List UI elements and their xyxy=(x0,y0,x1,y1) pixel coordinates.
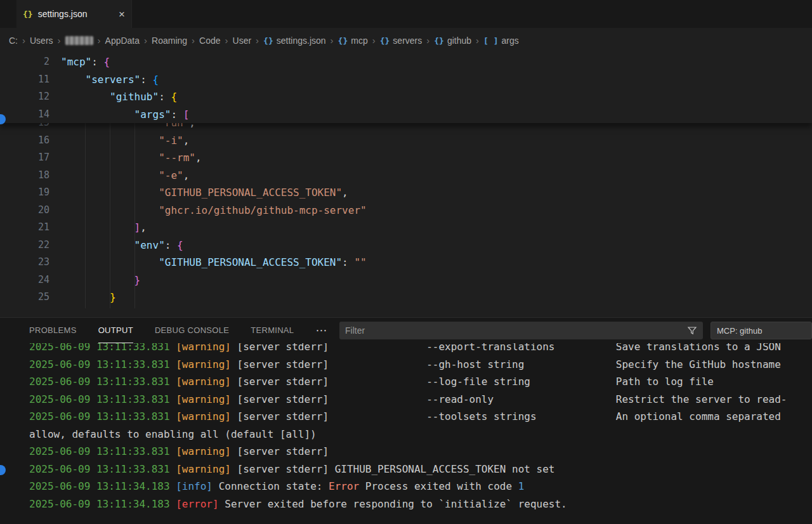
output-line: 2025-06-09 13:11:33.831 [warning] [serve… xyxy=(29,408,812,426)
breadcrumb-item[interactable]: Code xyxy=(199,36,220,46)
breadcrumb-item[interactable]: {}settings.json xyxy=(263,36,325,46)
token xyxy=(170,393,176,405)
code-text: "servers": { xyxy=(61,71,159,89)
token: --gh-host string Specify the GitHub host… xyxy=(329,358,781,370)
editor-lines: 15 "run",16 "-i",17 "--rm",18 "-e",19 "G… xyxy=(0,114,812,306)
breadcrumb-separator: › xyxy=(225,35,228,46)
breadcrumb-item[interactable]: Users xyxy=(30,36,53,46)
token xyxy=(170,480,176,492)
sticky-line: 2"mcp": { xyxy=(0,53,812,71)
breadcrumb-item[interactable] xyxy=(65,36,93,45)
filter-input[interactable] xyxy=(345,325,682,336)
breadcrumb-item[interactable]: {}github xyxy=(434,36,471,46)
token: 2025-06-09 13:11:34.183 xyxy=(29,498,170,510)
token xyxy=(61,239,134,251)
output-line: 2025-06-09 13:11:34.183 [info] Connectio… xyxy=(29,478,812,495)
code-text: ], xyxy=(61,219,147,237)
token: "GITHUB_PERSONAL_ACCESS_TOKEN" xyxy=(159,187,342,199)
output-line: allow, defaults to enabling all (default… xyxy=(29,426,812,443)
editor-area[interactable]: 15 "run",16 "-i",17 "--rm",18 "-e",19 "G… xyxy=(0,53,812,317)
token: [warning] xyxy=(176,358,231,370)
breadcrumb-item[interactable]: AppData xyxy=(105,36,140,46)
breadcrumb: C:›Users››AppData›Roaming›Code›User›{}se… xyxy=(0,28,812,53)
output-channel-select[interactable]: MCP: github xyxy=(710,322,812,339)
tab-settings-json[interactable]: {} settings.json × xyxy=(16,0,132,28)
breadcrumb-label: Users xyxy=(30,36,53,46)
breadcrumb-separator: › xyxy=(58,35,61,46)
line-number: 14 xyxy=(0,106,49,124)
indent-guide xyxy=(110,123,110,308)
line-number: 11 xyxy=(0,71,49,89)
token: Process exited with code xyxy=(359,480,518,492)
line-number: 25 xyxy=(0,289,49,306)
panel-tab-terminal[interactable]: TERMINAL xyxy=(251,318,294,343)
token: { xyxy=(171,91,177,103)
token: --toolsets strings An optional comma sep… xyxy=(329,410,781,422)
token: [server stderr] GITHUB_PERSONAL_ACCESS_T… xyxy=(231,463,555,475)
editor-line: 20 "ghcr.io/github/github-mcp-server" xyxy=(0,202,812,219)
output-line: 2025-06-09 13:11:33.831 [warning] [serve… xyxy=(29,373,812,391)
more-actions-icon[interactable]: ⋯ xyxy=(315,324,327,337)
token: : xyxy=(91,56,103,68)
panel-tab-output[interactable]: OUTPUT xyxy=(98,318,133,343)
breadcrumb-item[interactable]: {}servers xyxy=(380,36,422,46)
braces-icon: {} xyxy=(263,36,273,46)
editor-line: 17 "--rm", xyxy=(0,149,812,167)
token xyxy=(61,74,86,86)
breadcrumb-item[interactable]: C: xyxy=(9,36,18,46)
code-text: "GITHUB_PERSONAL_ACCESS_TOKEN": "" xyxy=(61,254,367,272)
output-line: 2025-06-09 13:11:33.831 [warning] [serve… xyxy=(29,356,812,374)
panel-tab-debug-console[interactable]: DEBUG CONSOLE xyxy=(155,318,229,343)
filter-funnel-icon[interactable] xyxy=(687,325,697,336)
panel-tab-problems[interactable]: PROBLEMS xyxy=(29,318,77,343)
line-number: 12 xyxy=(0,88,49,106)
code-text: "github": { xyxy=(61,88,177,106)
output-line: 2025-06-09 13:11:33.831 [warning] [serve… xyxy=(29,391,812,409)
token: : xyxy=(171,108,183,121)
token: 2025-06-09 13:11:33.831 xyxy=(29,463,170,475)
output-log: 2025-06-09 13:11:33.831 [warning] [serve… xyxy=(0,343,812,513)
sticky-line: 11 "servers": { xyxy=(0,71,812,89)
token: , xyxy=(183,134,190,147)
braces-icon: {} xyxy=(338,36,348,46)
output-line: 2025-06-09 13:11:33.831 [warning] [serve… xyxy=(29,343,812,356)
brackets-icon: [ ] xyxy=(483,36,498,46)
indent-guide xyxy=(134,123,135,308)
token xyxy=(61,221,134,233)
token xyxy=(61,108,134,121)
breadcrumb-item[interactable]: [ ]args xyxy=(483,36,519,46)
code-text: "ghcr.io/github/github-mcp-server" xyxy=(61,202,367,219)
token: "GITHUB_PERSONAL_ACCESS_TOKEN" xyxy=(159,256,342,268)
token xyxy=(61,274,134,286)
close-tab-icon[interactable]: × xyxy=(119,9,125,20)
breadcrumb-label: settings.json xyxy=(277,36,326,46)
token: [warning] xyxy=(176,376,231,388)
token: , xyxy=(140,221,147,233)
token: [error] xyxy=(176,498,218,510)
code-text: "--rm", xyxy=(61,149,202,167)
breadcrumb-item[interactable]: {}mcp xyxy=(338,36,368,46)
braces-icon: {} xyxy=(380,36,390,46)
editor-line: 16 "-i", xyxy=(0,132,812,150)
token: Server exited before responding to `init… xyxy=(219,498,567,510)
token xyxy=(170,376,176,388)
line-number: 22 xyxy=(0,237,49,254)
breadcrumb-item[interactable]: Roaming xyxy=(152,36,187,46)
token: 2025-06-09 13:11:33.831 xyxy=(29,393,170,405)
sticky-line: 12 "github": { xyxy=(0,88,812,106)
token xyxy=(170,358,176,370)
token xyxy=(170,445,176,457)
output-panel-body[interactable]: 2025-06-09 13:11:33.831 [warning] [serve… xyxy=(0,343,812,524)
line-number: 2 xyxy=(0,53,49,71)
breadcrumb-item[interactable]: User xyxy=(233,36,252,46)
token: 2025-06-09 13:11:33.831 xyxy=(29,376,170,388)
tab-label: settings.json xyxy=(38,9,88,19)
breadcrumb-separator: › xyxy=(192,35,195,46)
line-number: 18 xyxy=(0,167,49,185)
code-text: "env": { xyxy=(61,237,183,254)
token: --read-only Restrict the server to read- xyxy=(329,393,787,405)
token: [info] xyxy=(176,480,213,492)
code-text: "-e", xyxy=(61,167,189,185)
breadcrumb-separator: › xyxy=(426,35,429,46)
code-text: "-i", xyxy=(61,132,189,150)
